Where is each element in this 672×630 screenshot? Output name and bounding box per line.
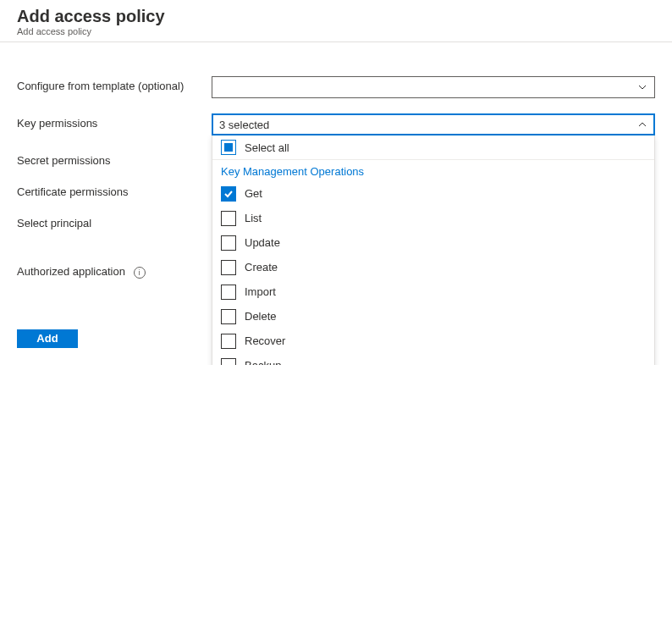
add-button[interactable]: Add (17, 329, 78, 348)
option-backup[interactable]: Backup (212, 353, 654, 365)
page-header: Add access policy Add access policy (0, 0, 672, 42)
option-update[interactable]: Update (212, 230, 654, 255)
chevron-down-icon (637, 82, 647, 92)
row-key-permissions: Key permissions 3 selected Select all Ke… (17, 113, 655, 135)
option-delete[interactable]: Delete (212, 304, 654, 329)
key-permissions-select[interactable]: 3 selected (212, 113, 655, 135)
label-template: Configure from template (optional) (17, 76, 212, 92)
label-certificate-permissions: Certificate permissions (17, 182, 212, 198)
checkbox-icon (221, 309, 236, 324)
option-label: List (245, 212, 262, 224)
page-title: Add access policy (17, 7, 655, 26)
option-label: Backup (245, 359, 281, 365)
dropdown-group-header: Key Management Operations (212, 160, 654, 181)
option-label: Recover (245, 334, 285, 347)
label-key-permissions: Key permissions (17, 113, 212, 130)
option-select-all[interactable]: Select all (212, 135, 654, 160)
option-recover[interactable]: Recover (212, 329, 654, 353)
option-create[interactable]: Create (212, 255, 654, 279)
option-label: Update (245, 236, 280, 249)
checkbox-icon (221, 211, 236, 226)
label-authorized-application: Authorized application i (17, 262, 212, 279)
key-permissions-dropdown: Select all Key Management OperationsGetL… (212, 135, 655, 365)
checkbox-checked-icon (221, 186, 236, 202)
label-select-principal: Select principal (17, 213, 212, 229)
template-select[interactable] (212, 76, 655, 98)
option-label: Import (245, 285, 276, 298)
option-list[interactable]: List (212, 206, 654, 230)
info-icon[interactable]: i (134, 267, 146, 279)
chevron-up-icon (637, 119, 647, 130)
option-import[interactable]: Import (212, 279, 654, 304)
key-permissions-value: 3 selected (219, 119, 269, 131)
option-label: Select all (245, 141, 289, 154)
option-label: Delete (245, 310, 277, 323)
checkbox-icon (221, 235, 236, 251)
option-label: Create (245, 261, 278, 274)
option-get[interactable]: Get (212, 181, 654, 206)
label-secret-permissions: Secret permissions (17, 151, 212, 167)
checkbox-icon (221, 334, 236, 349)
checkbox-indeterminate-icon (221, 140, 236, 155)
option-label: Get (245, 187, 262, 200)
breadcrumb: Add access policy (17, 26, 655, 36)
checkbox-icon (221, 358, 236, 365)
row-template: Configure from template (optional) (17, 76, 655, 98)
form-content: Configure from template (optional) Key p… (0, 42, 672, 365)
checkbox-icon (221, 285, 236, 300)
checkbox-icon (221, 260, 236, 275)
